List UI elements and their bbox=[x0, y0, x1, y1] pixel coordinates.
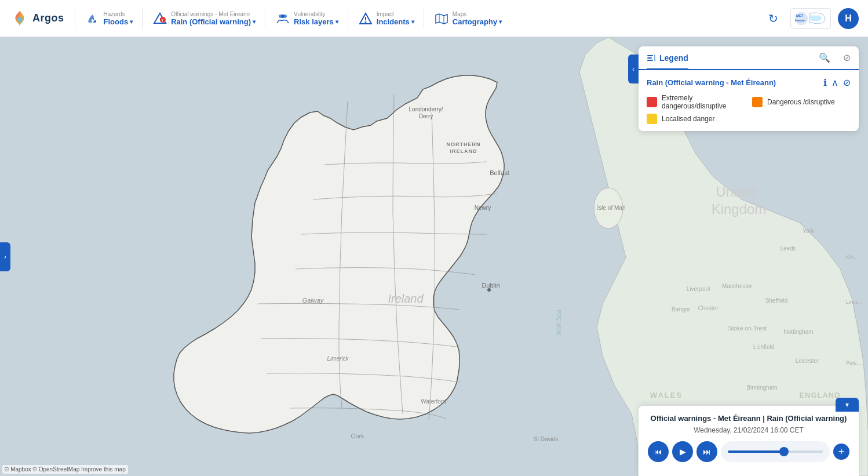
svg-text:Chester: Chester bbox=[698, 305, 719, 311]
nav-item-vulnerability[interactable]: Vulnerability Risk layers ▾ bbox=[269, 7, 344, 30]
svg-text:Leeds: Leeds bbox=[780, 245, 796, 252]
nav-divider-1 bbox=[75, 8, 75, 29]
bottom-panel-collapse-button[interactable]: ▾ bbox=[836, 398, 859, 412]
header-right: ↻ MET éireann H bbox=[763, 8, 859, 29]
osm-credit[interactable]: © OpenStreetMap bbox=[33, 466, 80, 473]
svg-text:York: York bbox=[803, 228, 815, 234]
vulnerability-category: Vulnerability bbox=[294, 11, 338, 17]
legend-hide-icon[interactable]: ⊘ bbox=[843, 77, 851, 88]
nav-item-hazards[interactable]: Hazards Floods ▾ bbox=[79, 7, 139, 30]
met-eireann-logo: MET éireann bbox=[790, 8, 831, 29]
map-attribution: © Mapbox © OpenStreetMap Improve this ma… bbox=[2, 465, 128, 474]
svg-text:Linco...: Linco... bbox=[846, 299, 863, 305]
logo[interactable]: Argos bbox=[9, 8, 64, 29]
legend-info-icon[interactable]: ℹ bbox=[823, 77, 827, 88]
legend-compass-icon[interactable]: ⊘ bbox=[843, 52, 851, 63]
bottom-panel-title: Official warnings - Met Éireann | Rain (… bbox=[648, 414, 849, 423]
argos-logo-icon bbox=[9, 8, 30, 29]
legend-color-red bbox=[647, 97, 657, 107]
svg-text:Londonderry/: Londonderry/ bbox=[409, 106, 443, 112]
svg-text:Leicester: Leicester bbox=[796, 358, 819, 364]
nav-divider-2 bbox=[142, 8, 143, 29]
svg-rect-54 bbox=[647, 60, 653, 61]
warnings-active: Rain (Official warning) ▾ bbox=[171, 17, 256, 26]
hazards-chevron-icon: ▾ bbox=[130, 19, 133, 25]
svg-text:Kingdom: Kingdom bbox=[712, 201, 767, 217]
vulnerability-chevron-icon: ▾ bbox=[335, 19, 338, 25]
player-skip-forward-button[interactable]: ⏭ bbox=[696, 441, 717, 462]
nav-item-warnings[interactable]: !! Official warnings - Met Éireann Rain … bbox=[146, 7, 261, 30]
svg-text:Bangor: Bangor bbox=[672, 306, 691, 313]
legend-color-orange bbox=[752, 97, 763, 107]
svg-text:Sheffield: Sheffield bbox=[765, 297, 788, 304]
hazards-icon bbox=[85, 10, 101, 27]
legend-color-yellow bbox=[647, 114, 657, 124]
legend-item-yellow: Localised danger bbox=[647, 114, 745, 124]
svg-text:United: United bbox=[716, 184, 756, 199]
legend-tab-label: Legend bbox=[659, 53, 688, 63]
svg-text:Isle of Man: Isle of Man bbox=[597, 205, 626, 211]
svg-text:Stoke-on-Trent: Stoke-on-Trent bbox=[728, 325, 767, 332]
user-avatar[interactable]: H bbox=[838, 8, 859, 29]
svg-text:St Davids: St Davids bbox=[534, 436, 559, 442]
app-header: Argos Hazards Floods ▾ !! Official warni… bbox=[0, 0, 868, 37]
legend-label-red: Extremely dangerous/disruptive bbox=[662, 94, 745, 110]
legend-label-orange: Dangerous /disruptive bbox=[767, 98, 835, 106]
svg-text:NORTHERN: NORTHERN bbox=[447, 141, 481, 147]
legend-panel-toggle[interactable]: ‹ bbox=[628, 54, 639, 83]
svg-rect-52 bbox=[647, 55, 653, 56]
legend-layer-controls: ℹ ∧ ⊘ bbox=[823, 77, 851, 88]
svg-text:Liverpool: Liverpool bbox=[687, 286, 710, 292]
svg-text:Irish Sea: Irish Sea bbox=[555, 310, 562, 335]
maps-chevron-icon: ▾ bbox=[499, 19, 502, 25]
svg-text:!: ! bbox=[162, 19, 163, 23]
player-play-button[interactable]: ▶ bbox=[672, 441, 693, 462]
nav-item-maps[interactable]: Maps Cartography ▾ bbox=[428, 7, 508, 30]
logo-text: Argos bbox=[32, 12, 64, 24]
mapbox-credit[interactable]: © Mapbox bbox=[5, 466, 31, 473]
impact-icon bbox=[358, 10, 374, 27]
legend-items-grid: Extremely dangerous/disruptive Dangerous… bbox=[647, 94, 851, 124]
svg-point-9 bbox=[364, 21, 366, 23]
player-slider[interactable] bbox=[728, 450, 823, 453]
maps-icon bbox=[433, 10, 450, 27]
svg-text:MET: MET bbox=[796, 14, 804, 17]
svg-text:Birmingham: Birmingham bbox=[746, 384, 777, 391]
hazards-active: Floods ▾ bbox=[104, 17, 133, 26]
refresh-button[interactable]: ↻ bbox=[763, 8, 783, 29]
svg-text:Belfast: Belfast bbox=[490, 169, 509, 176]
svg-text:Kin...: Kin... bbox=[846, 254, 858, 260]
player-skip-back-button[interactable]: ⏮ bbox=[648, 441, 669, 462]
improve-map-link[interactable]: Improve this map bbox=[81, 466, 126, 473]
nav-item-impact[interactable]: Impact Incidents ▾ bbox=[352, 7, 420, 30]
nav-divider-4 bbox=[348, 8, 348, 29]
svg-rect-53 bbox=[647, 57, 652, 59]
svg-text:Pete...: Pete... bbox=[846, 360, 861, 366]
legend-chevron-up-icon[interactable]: ∧ bbox=[831, 77, 838, 88]
left-panel-toggle[interactable]: › bbox=[0, 242, 10, 271]
legend-tab[interactable]: Legend bbox=[647, 53, 688, 70]
impact-active: Incidents ▾ bbox=[377, 17, 414, 26]
svg-text:Waterford: Waterford bbox=[421, 398, 446, 405]
legend-panel: Legend 🔍 ⊘ Rain (Official warning - Met … bbox=[639, 46, 859, 131]
player-add-button[interactable]: + bbox=[833, 444, 849, 460]
warnings-chevron-icon: ▾ bbox=[253, 19, 256, 25]
maps-category: Maps bbox=[453, 11, 502, 17]
svg-text:Galway: Galway bbox=[302, 297, 324, 304]
svg-text:WALES: WALES bbox=[650, 391, 683, 399]
svg-rect-55 bbox=[654, 54, 655, 61]
player-controls: ⏮ ▶ ⏭ + bbox=[648, 441, 849, 462]
svg-text:IRELAND: IRELAND bbox=[450, 148, 477, 154]
bottom-panel-date: Wednesday, 21/02/2024 16:00 CET bbox=[648, 426, 849, 434]
maps-active: Cartography ▾ bbox=[453, 17, 502, 26]
svg-text:Derry: Derry bbox=[419, 113, 433, 119]
legend-item-orange: Dangerous /disruptive bbox=[752, 94, 851, 110]
legend-content: Rain (Official warning - Met Éireann) ℹ … bbox=[639, 70, 859, 131]
svg-text:Newry: Newry bbox=[475, 205, 491, 211]
legend-search-icon[interactable]: 🔍 bbox=[819, 52, 830, 63]
player-slider-container bbox=[721, 441, 830, 462]
svg-text:éireann: éireann bbox=[795, 19, 805, 22]
svg-text:Ireland: Ireland bbox=[388, 292, 424, 305]
map-area[interactable]: Londonderry/ Derry Belfast Newry NORTHER… bbox=[0, 37, 868, 476]
nav-divider-5 bbox=[424, 8, 424, 29]
